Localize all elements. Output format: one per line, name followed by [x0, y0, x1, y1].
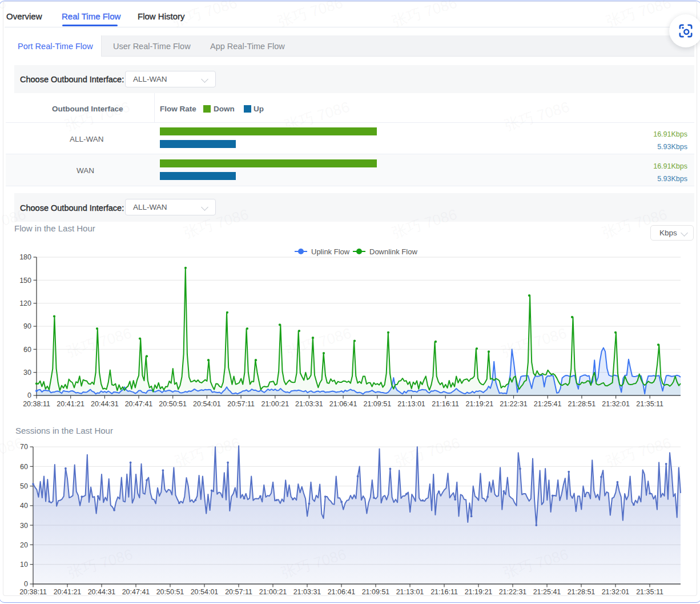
- svg-text:20:54:01: 20:54:01: [191, 588, 219, 596]
- svg-text:21:32:01: 21:32:01: [602, 400, 630, 408]
- svg-text:30: 30: [20, 522, 28, 530]
- svg-text:20:47:41: 20:47:41: [125, 400, 153, 408]
- svg-text:21:03:31: 21:03:31: [293, 588, 321, 596]
- svg-text:90: 90: [23, 322, 31, 330]
- svg-text:21:09:51: 21:09:51: [362, 588, 390, 596]
- svg-text:21:28:51: 21:28:51: [568, 588, 596, 596]
- svg-text:21:25:41: 21:25:41: [533, 588, 561, 596]
- svg-text:21:06:41: 21:06:41: [328, 588, 356, 596]
- svg-text:21:16:11: 21:16:11: [431, 588, 458, 596]
- svg-text:60: 60: [20, 463, 28, 471]
- svg-text:21:09:51: 21:09:51: [363, 400, 391, 408]
- svg-text:21:16:11: 21:16:11: [432, 400, 459, 408]
- svg-text:21:25:41: 21:25:41: [534, 400, 562, 408]
- svg-text:21:19:21: 21:19:21: [465, 400, 493, 408]
- svg-text:60: 60: [23, 346, 31, 354]
- svg-text:21:13:01: 21:13:01: [396, 588, 424, 596]
- svg-text:20:38:11: 20:38:11: [23, 400, 50, 408]
- svg-text:21:00:21: 21:00:21: [259, 588, 287, 596]
- svg-text:21:19:21: 21:19:21: [465, 588, 493, 596]
- svg-text:50: 50: [20, 482, 28, 490]
- svg-text:180: 180: [19, 253, 31, 261]
- svg-text:Uplink Flow: Uplink Flow: [311, 247, 350, 256]
- svg-text:21:35:11: 21:35:11: [636, 400, 663, 408]
- svg-text:20:50:51: 20:50:51: [159, 400, 187, 408]
- svg-text:20:44:31: 20:44:31: [91, 400, 119, 408]
- svg-text:40: 40: [20, 502, 28, 510]
- svg-text:21:13:01: 21:13:01: [397, 400, 425, 408]
- svg-text:20:57:11: 20:57:11: [227, 400, 255, 408]
- svg-text:0: 0: [27, 391, 31, 399]
- svg-text:21:03:31: 21:03:31: [295, 400, 323, 408]
- svg-text:20:54:01: 20:54:01: [193, 400, 221, 408]
- svg-text:Downlink Flow: Downlink Flow: [369, 247, 417, 256]
- svg-text:20:44:31: 20:44:31: [88, 588, 116, 596]
- svg-text:20:47:41: 20:47:41: [122, 588, 150, 596]
- svg-text:20:57:11: 20:57:11: [225, 588, 252, 596]
- svg-text:21:22:31: 21:22:31: [500, 400, 528, 408]
- svg-text:70: 70: [20, 443, 28, 451]
- svg-text:20:38:11: 20:38:11: [19, 588, 47, 596]
- svg-text:20:41:21: 20:41:21: [54, 588, 82, 596]
- svg-text:0: 0: [24, 580, 28, 588]
- svg-text:20:41:21: 20:41:21: [57, 400, 85, 408]
- svg-text:21:28:51: 21:28:51: [568, 400, 596, 408]
- svg-text:20:50:51: 20:50:51: [156, 588, 184, 596]
- svg-text:21:35:11: 21:35:11: [636, 588, 663, 596]
- svg-text:21:00:21: 21:00:21: [261, 400, 289, 408]
- svg-text:21:22:31: 21:22:31: [499, 588, 527, 596]
- svg-text:20: 20: [20, 541, 28, 549]
- svg-text:21:32:01: 21:32:01: [602, 588, 630, 596]
- svg-text:120: 120: [19, 299, 31, 307]
- svg-text:21:06:41: 21:06:41: [329, 400, 357, 408]
- svg-text:150: 150: [19, 277, 31, 285]
- svg-text:30: 30: [23, 369, 31, 377]
- svg-text:10: 10: [20, 561, 28, 569]
